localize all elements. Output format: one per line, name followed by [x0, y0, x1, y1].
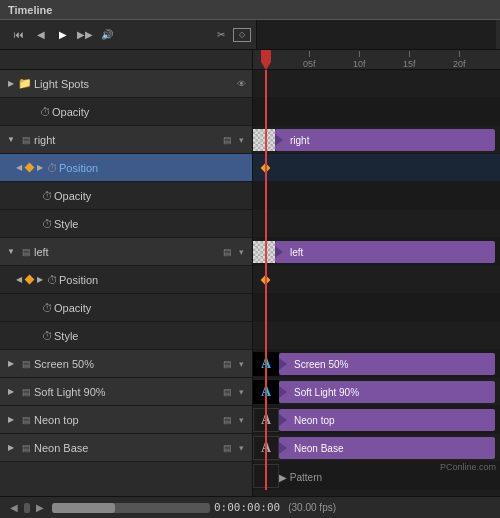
- layer-menu-icon[interactable]: ▾: [234, 441, 248, 455]
- keyframe-nav: ◀ ▶: [14, 161, 45, 175]
- layer-row[interactable]: ▶ ▤ Screen 50% ▤ ▾: [0, 350, 252, 378]
- block-arrow-icon: [279, 386, 287, 398]
- track-row: A Screen 50%: [253, 350, 500, 378]
- track-row: [253, 154, 500, 182]
- film-ctrl-icon[interactable]: ▤: [220, 413, 234, 427]
- film-ctrl-icon[interactable]: ▤: [220, 357, 234, 371]
- track-block: left: [275, 241, 495, 263]
- scissors-button[interactable]: ✂: [211, 25, 231, 45]
- layer-menu-icon[interactable]: ▾: [234, 245, 248, 259]
- track-block: Neon top: [279, 409, 495, 431]
- next-key-button[interactable]: ▶: [35, 273, 45, 287]
- folder-icon: 📁: [18, 77, 32, 91]
- track-row: A Soft Light 90%: [253, 378, 500, 406]
- track-block: right: [275, 129, 495, 151]
- timeline-scrollbar[interactable]: [52, 503, 210, 513]
- stopwatch-icon[interactable]: ⏱: [40, 189, 54, 203]
- track-row: [253, 182, 500, 210]
- track-label: Neon Base: [290, 443, 343, 454]
- layer-name: Soft Light 90%: [34, 386, 220, 398]
- title-bar: Timeline: [0, 0, 500, 20]
- layer-row[interactable]: ⏱ Style: [0, 322, 252, 350]
- track-row: [253, 70, 500, 98]
- film-ctrl-icon[interactable]: ▤: [220, 245, 234, 259]
- track-block: Soft Light 90%: [279, 381, 495, 403]
- expand-icon[interactable]: ▼: [4, 133, 18, 147]
- track-row: [253, 266, 500, 294]
- track-row: left: [253, 238, 500, 266]
- layer-name: Position: [59, 274, 252, 286]
- stopwatch-icon[interactable]: ⏱: [38, 105, 52, 119]
- layer-row[interactable]: ▶ ▤ Neon top ▤ ▾: [0, 406, 252, 434]
- keyframe-diamond[interactable]: [25, 163, 35, 173]
- scroll-right-button[interactable]: ▶: [32, 500, 48, 516]
- current-time: 0:00:00:00: [214, 501, 280, 514]
- stopwatch-icon[interactable]: ⏱: [45, 273, 59, 287]
- layer-controls: ▤ ▾: [220, 133, 248, 147]
- block-arrow-icon: [279, 414, 287, 426]
- fps-display: (30.00 fps): [288, 502, 336, 513]
- film-icon: ▤: [22, 443, 31, 453]
- keyframe-button[interactable]: ◇: [233, 28, 251, 42]
- track-row: A Neon Base: [253, 434, 500, 462]
- layer-row[interactable]: ⏱ Style: [0, 210, 252, 238]
- keyframe-nav: ◀ ▶: [14, 273, 45, 287]
- timeline-ruler: 05f 10f 15f 20f: [253, 50, 500, 70]
- layer-name: Light Spots: [34, 78, 234, 90]
- layer-row[interactable]: ◀ ▶ ⏱ Position: [0, 266, 252, 294]
- layer-name: Position: [59, 162, 252, 174]
- go-start-button[interactable]: ⏮: [9, 25, 29, 45]
- playhead[interactable]: [265, 70, 267, 490]
- keyframe-diamond[interactable]: [25, 275, 35, 285]
- layer-menu-icon[interactable]: ▾: [234, 133, 248, 147]
- layer-controls: ▤ ▾: [220, 357, 248, 371]
- layer-row[interactable]: ▶ ▤ Soft Light 90% ▤ ▾: [0, 378, 252, 406]
- transport-bar: ⏮ ◀ ▶ ▶▶ 🔊 ✂ ◇: [0, 20, 500, 50]
- layer-name: left: [34, 246, 220, 258]
- block-arrow-icon: [279, 442, 287, 454]
- ruler-mark-5f: 05f: [303, 51, 316, 69]
- ruler-mark-20f: 20f: [453, 51, 466, 69]
- prev-key-button[interactable]: ◀: [14, 161, 24, 175]
- layer-menu-icon[interactable]: ▾: [234, 385, 248, 399]
- expand-icon[interactable]: ▶: [4, 441, 18, 455]
- layer-name: Neon Base: [34, 442, 220, 454]
- stopwatch-icon[interactable]: ⏱: [40, 217, 54, 231]
- layer-row[interactable]: ▶ ▤ Neon Base ▤ ▾: [0, 434, 252, 462]
- layer-row[interactable]: ◀ ▶ ⏱ Position: [0, 154, 252, 182]
- film-ctrl-icon[interactable]: ▤: [220, 441, 234, 455]
- expand-icon[interactable]: ▶: [4, 385, 18, 399]
- timeline-panel: 05f 10f 15f 20f: [253, 50, 500, 496]
- layer-row[interactable]: ⏱ Opacity: [0, 98, 252, 126]
- step-back-button[interactable]: ◀: [31, 25, 51, 45]
- film-ctrl-icon[interactable]: ▤: [220, 133, 234, 147]
- film-icon: ▤: [22, 387, 31, 397]
- next-key-button[interactable]: ▶: [35, 161, 45, 175]
- layer-menu-icon[interactable]: ▾: [234, 357, 248, 371]
- expand-icon[interactable]: ▼: [4, 245, 18, 259]
- audio-button[interactable]: 🔊: [97, 25, 117, 45]
- visibility-icon[interactable]: 👁: [234, 77, 248, 91]
- prev-key-button[interactable]: ◀: [14, 273, 24, 287]
- film-icon: ▤: [22, 359, 31, 369]
- play-button[interactable]: ▶: [53, 25, 73, 45]
- left-ruler: [0, 50, 252, 70]
- ruler-mark-15f: 15f: [403, 51, 416, 69]
- layer-row[interactable]: ▼ ▤ left ▤ ▾: [0, 238, 252, 266]
- expand-icon[interactable]: ▶: [4, 77, 18, 91]
- layer-row[interactable]: ⏱ Opacity: [0, 294, 252, 322]
- stopwatch-icon[interactable]: ⏱: [45, 161, 59, 175]
- layer-row[interactable]: ▶ 📁 Light Spots 👁: [0, 70, 252, 98]
- expand-icon[interactable]: ▶: [4, 357, 18, 371]
- expand-icon[interactable]: ▶: [4, 413, 18, 427]
- layer-menu-icon[interactable]: ▾: [234, 413, 248, 427]
- film-ctrl-icon[interactable]: ▤: [220, 385, 234, 399]
- stopwatch-icon[interactable]: ⏱: [40, 329, 54, 343]
- layer-row[interactable]: ⏱ Opacity: [0, 182, 252, 210]
- scroll-left-button[interactable]: ◀: [6, 500, 22, 516]
- stopwatch-icon[interactable]: ⏱: [40, 301, 54, 315]
- layer-row[interactable]: ▼ ▤ right ▤ ▾: [0, 126, 252, 154]
- film-icon: ▤: [22, 415, 31, 425]
- layer-name: Screen 50%: [34, 358, 220, 370]
- step-forward-button[interactable]: ▶▶: [75, 25, 95, 45]
